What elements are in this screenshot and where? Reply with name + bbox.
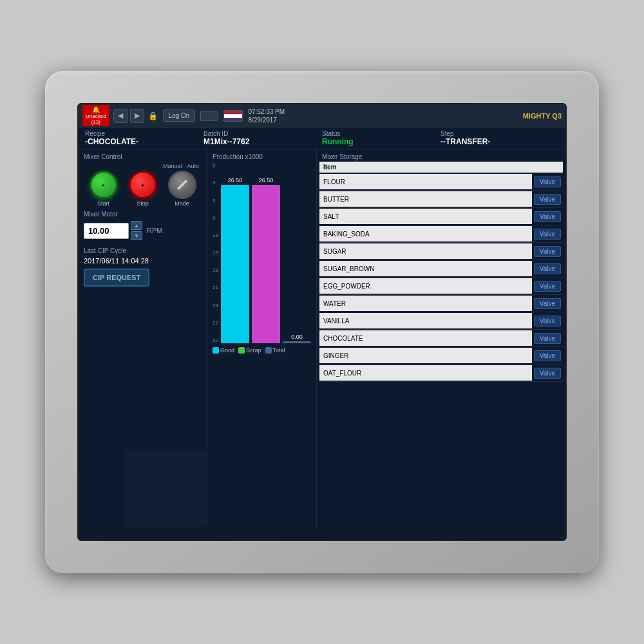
valve-button[interactable]: Valve: [534, 229, 561, 240]
storage-row: SUGARValve: [319, 243, 563, 260]
valve-button[interactable]: Valve: [534, 368, 561, 379]
legend-item: Good: [213, 347, 234, 354]
device-frame: 🔔 Unacked (13) ◀ ▶ 🔒 Log On 07:52:33 PM …: [45, 71, 599, 573]
storage-item-name: GINGER: [319, 348, 532, 363]
valve-button[interactable]: Valve: [534, 350, 561, 361]
alarm-label: Unacked: [86, 113, 106, 119]
batch-label: Batch ID: [204, 130, 322, 137]
storage-row: OAT_FLOURValve: [319, 365, 563, 382]
valve-button[interactable]: Valve: [534, 333, 561, 344]
cip-title: Last CIP Cycle: [84, 247, 202, 254]
y-tick: 6: [213, 198, 218, 204]
status-value: Running: [322, 137, 440, 146]
y-tick: 15: [213, 251, 218, 256]
bar-total: [283, 341, 311, 343]
storage-item-name: WATER: [319, 296, 532, 311]
left-panel: Mixer Control Manual Auto ● Start ●: [79, 149, 207, 527]
stop-label: Stop: [137, 200, 149, 207]
legend-label: Total: [273, 347, 285, 354]
alarm-count: (13): [91, 119, 100, 125]
nav-forward-button[interactable]: ▶: [130, 109, 144, 123]
storage-title: Mixer Storage: [317, 149, 565, 162]
bar-legend: GoodScrapTotal: [213, 347, 311, 354]
mixer-storage-panel: Mixer Storage Item FLOURValveBUTTERValve…: [317, 149, 565, 527]
bar-good: [221, 185, 249, 343]
cip-date: 2017/06/11 14:04:28: [84, 257, 202, 265]
mixer-controls: ● Start ● Stop Mode: [84, 171, 202, 207]
start-group: ● Start: [90, 171, 118, 207]
main-area: Mixer Control Manual Auto ● Start ●: [79, 149, 565, 527]
cip-request-button[interactable]: CIP REQUEST: [84, 269, 149, 287]
time-display: 07:52:33 PM 8/29/2017: [248, 108, 285, 124]
storage-row: SALTValve: [319, 208, 563, 225]
start-label: Start: [97, 200, 109, 207]
status-col: Status Running: [322, 130, 440, 146]
storage-row: WATERValve: [319, 295, 563, 312]
step-label: Step: [440, 130, 559, 137]
alarm-badge[interactable]: 🔔 Unacked (13): [82, 105, 109, 126]
bar-value-label: 26.50: [259, 177, 274, 184]
logon-button[interactable]: Log On: [163, 109, 196, 122]
storage-row: EGG_POWDERValve: [319, 278, 563, 295]
valve-button[interactable]: Valve: [534, 281, 561, 292]
storage-item-name: SALT: [319, 209, 532, 224]
info-row: Recipe -CHOCOLATE- Batch ID M1Mix--7762 …: [79, 128, 565, 149]
motor-title: Mixer Motor: [84, 211, 202, 218]
stop-button[interactable]: ●: [129, 171, 157, 199]
storage-item-name: BAKING_SODA: [319, 226, 532, 242]
cip-section: Last CIP Cycle 2017/06/11 14:04:28 CIP R…: [84, 247, 202, 287]
production-title: Production x1000: [213, 153, 311, 160]
valve-button[interactable]: Valve: [534, 246, 561, 257]
step-col: Step --TRANSFER-: [440, 130, 559, 146]
valve-button[interactable]: Valve: [534, 316, 561, 327]
recipe-value: -CHOCOLATE-: [85, 137, 204, 146]
stop-group: ● Stop: [129, 171, 157, 207]
bar-value-label: 0.00: [291, 334, 303, 340]
battery-icon: [200, 111, 218, 121]
bar-column: 0.00: [283, 163, 311, 343]
rpm-input[interactable]: [84, 223, 129, 239]
legend-dot: [238, 347, 245, 354]
batch-col: Batch ID M1Mix--7762: [204, 130, 322, 146]
bars-container: 26.5026.500.00: [221, 163, 311, 343]
valve-button[interactable]: Valve: [534, 211, 561, 222]
y-tick: 21: [213, 285, 218, 290]
status-label: Status: [322, 130, 440, 137]
rpm-row: ▲ ▼ RPM: [84, 220, 202, 241]
recipe-col: Recipe -CHOCOLATE-: [85, 130, 204, 146]
storage-row: BAKING_SODAValve: [319, 225, 563, 243]
storage-item-name: SUGAR_BROWN: [319, 261, 532, 276]
logo: MIGHTY Q3: [523, 112, 562, 120]
bar-value-label: 26.50: [228, 177, 243, 184]
storage-item-name: BUTTER: [319, 191, 532, 207]
valve-button[interactable]: Valve: [534, 263, 561, 274]
storage-item-name: EGG_POWDER: [319, 278, 532, 294]
bar-scrap: [252, 185, 280, 343]
production-panel: Production x1000 302724211815129630 26.5…: [207, 149, 317, 527]
rpm-down-button[interactable]: ▼: [131, 231, 142, 240]
mixer-control-title: Mixer Control: [84, 153, 202, 160]
bar-column: 26.50: [252, 163, 280, 343]
y-tick: 3: [213, 180, 218, 185]
rpm-up-button[interactable]: ▲: [131, 221, 142, 230]
nav-back-button[interactable]: ◀: [113, 109, 128, 123]
valve-button[interactable]: Valve: [534, 298, 561, 309]
mode-label: Mode: [175, 200, 189, 207]
legend-dot: [213, 347, 219, 354]
mode-button[interactable]: [168, 171, 196, 199]
storage-header: Item: [319, 162, 563, 173]
storage-row: CHOCOLATEValve: [319, 330, 563, 347]
start-button[interactable]: ●: [90, 171, 118, 199]
storage-row: BUTTERValve: [319, 191, 563, 208]
valve-button[interactable]: Valve: [534, 194, 561, 205]
valve-button[interactable]: Valve: [534, 176, 561, 187]
storage-item-name: OAT_FLOUR: [319, 365, 532, 381]
chart-area: 302724211815129630 26.5026.500.00: [213, 163, 311, 343]
recipe-label: Recipe: [85, 130, 204, 137]
y-axis: 302724211815129630: [213, 163, 218, 343]
flag-icon: [223, 110, 243, 122]
motor-section: Mixer Motor ▲ ▼ RPM: [84, 211, 202, 241]
mixer-background-image: [123, 450, 207, 527]
storage-row: GINGERValve: [319, 347, 563, 365]
storage-list: FLOURValveBUTTERValveSALTValveBAKING_SOD…: [319, 173, 563, 382]
